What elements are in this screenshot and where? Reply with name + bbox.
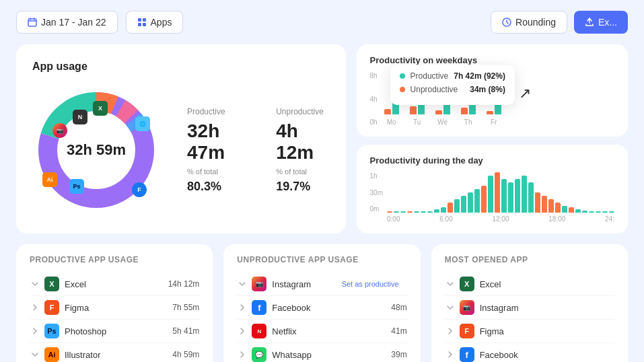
list-item: X Excel [445, 273, 614, 296]
date-range-label: Jan 17 - Jan 22 [41, 17, 106, 28]
tooltip-unproductive-dot [400, 87, 405, 92]
weekday-chart-title: Productivity on weekdays [370, 55, 614, 65]
app-name: Figma [480, 326, 614, 336]
chevron-right-icon [445, 326, 456, 336]
intraday-bar [596, 211, 601, 213]
bottom-panels: Productive app usage X Excel 14h 12m F F… [0, 244, 644, 362]
app-usage-title: App usage [32, 61, 330, 73]
app-name: Instagram [272, 279, 341, 289]
app-time: 7h 55m [172, 303, 199, 312]
figma-icon: F [44, 300, 59, 315]
calendar-icon [28, 17, 37, 27]
export-button[interactable]: Ex... [574, 11, 628, 34]
intraday-bar [427, 211, 433, 213]
photoshop-icon: Ps [44, 324, 59, 338]
intraday-bar [488, 176, 493, 213]
productive-value: 32h 47m [187, 120, 249, 164]
instagram-icon: 📷 [252, 277, 266, 291]
chevron-right-icon [30, 302, 40, 313]
intraday-bar [609, 211, 614, 213]
export-label: Ex... [598, 17, 617, 28]
chevron-down-icon [30, 349, 40, 360]
day-fr-label: Fr [491, 118, 497, 126]
chevron-right-icon [30, 326, 40, 336]
intraday-x-24: 24: [605, 215, 614, 223]
main-content: App usage [0, 44, 644, 244]
weekday-y-4h: 4h [370, 96, 378, 103]
app-name: Instagram [480, 303, 614, 313]
intraday-bar [602, 211, 608, 213]
list-item: f Facebook [445, 343, 614, 362]
app-name: Whatsapp [272, 350, 391, 360]
intraday-bar [461, 196, 466, 213]
weekday-y-labels: 8h 4h 0h [370, 72, 378, 126]
app-name: Illustrator [65, 350, 172, 360]
set-productive-button[interactable]: Set as productive [342, 280, 399, 288]
intraday-y-1h: 1h [370, 172, 383, 180]
intraday-bar [421, 211, 426, 213]
chevron-right-icon [237, 349, 248, 360]
chevron-right-icon [237, 326, 248, 336]
mo-unproductive-bar [384, 109, 391, 114]
day-mo-label: Mo [387, 118, 396, 126]
weekday-chart-card: Productivity on weekdays Productive 7h 4… [357, 44, 628, 137]
intraday-bar [575, 209, 581, 213]
intraday-bar [522, 176, 527, 213]
intraday-x-12: 12:00 [492, 215, 509, 223]
intraday-bar [400, 211, 406, 213]
app-time: 48m [391, 303, 406, 312]
intraday-bar [501, 179, 507, 213]
app-name: Facebook [272, 303, 391, 313]
facebook-icon: f [460, 347, 474, 362]
chevron-right-icon [445, 349, 456, 360]
top-bar: Jan 17 - Jan 22 Apps Rounding Ex... [0, 0, 644, 44]
intraday-bar [508, 182, 513, 213]
productive-percent: 80.3% [187, 180, 249, 194]
top-bar-right: Rounding Ex... [491, 11, 628, 34]
unproductive-stat: Unproductive 4h 12m % of total 19.7% [276, 107, 329, 194]
intraday-bar [555, 203, 561, 213]
rounding-button[interactable]: Rounding [491, 11, 567, 34]
illustrator-icon: Ai [44, 347, 59, 362]
date-range-button[interactable]: Jan 17 - Jan 22 [16, 11, 118, 34]
app-name: Excel [480, 279, 614, 289]
figma-icon: F [460, 324, 474, 338]
most-opened-title: Most opened app [445, 255, 614, 264]
apps-button[interactable]: Apps [126, 11, 184, 34]
whatsapp-icon: 💬 [252, 347, 266, 362]
tooltip-productive-label: Productive [410, 71, 449, 81]
tooltip-unproductive-row: Unproductive 34m (8%) [400, 85, 505, 94]
day-th-label: Th [464, 118, 472, 126]
intraday-bar [394, 211, 399, 213]
th-unproductive-bar [461, 108, 468, 114]
tooltip-card: Productive 7h 42m (92%) Unproductive 34m… [390, 65, 515, 105]
list-item: N Netflix 41m [237, 320, 406, 343]
intraday-bar [414, 211, 419, 213]
list-item: 📷 Instagram [445, 296, 614, 320]
chevron-down-icon [445, 302, 456, 313]
productive-apps-card: Productive app usage X Excel 14h 12m F F… [16, 244, 213, 362]
productive-apps-title: Productive app usage [30, 255, 199, 264]
intraday-bar [434, 209, 439, 213]
chevron-down-icon [30, 279, 40, 289]
intraday-chart-wrapper: 1h 30m 0m 0:00 6:00 12:00 18:00 24: [370, 172, 614, 223]
donut-center-time: 32h 59m [67, 141, 126, 159]
weekday-y-8h: 8h [370, 72, 378, 79]
right-panel: Productivity on weekdays Productive 7h 4… [357, 44, 628, 233]
unproductive-percent: 19.7% [276, 180, 329, 194]
intraday-chart-title: Productivity during the day [370, 155, 614, 166]
intraday-y-30m: 30m [370, 189, 383, 196]
intraday-bar [515, 179, 520, 213]
chevron-down-icon [445, 279, 456, 289]
day-we-label: We [437, 118, 448, 126]
intraday-bar [535, 192, 540, 213]
productive-apps-list: X Excel 14h 12m F Figma 7h 55m Ps Photos… [30, 273, 199, 362]
chevron-down-icon [237, 279, 248, 289]
export-icon [585, 17, 594, 27]
productive-stat: Productive 32h 47m % of total 80.3% [187, 107, 249, 194]
we-unproductive-bar [435, 110, 442, 114]
tu-unproductive-bar [410, 106, 417, 114]
app-time: 4h 59m [172, 350, 199, 359]
intraday-bar [562, 206, 567, 213]
list-item: Ai Illustrator 4h 59m [30, 343, 199, 362]
